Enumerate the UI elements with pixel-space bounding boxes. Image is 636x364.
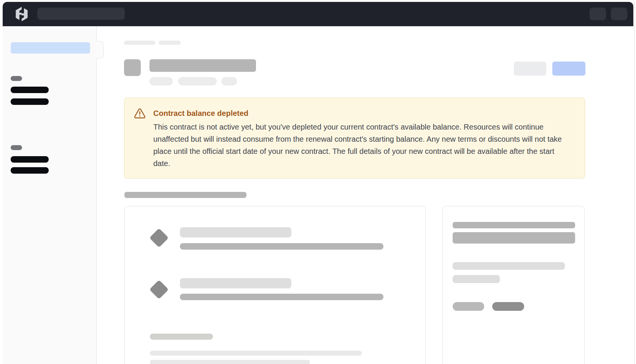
list-item-text-skeleton — [180, 243, 383, 250]
card-title-skeleton — [453, 232, 575, 244]
sidebar — [3, 26, 97, 364]
breadcrumb-item-skeleton[interactable] — [159, 41, 181, 45]
sidebar-item-skeleton[interactable] — [11, 167, 49, 174]
content-card-left — [124, 206, 426, 364]
card-text-skeleton — [453, 275, 500, 283]
sidebar-item-active-skeleton[interactable] — [11, 42, 90, 54]
sidebar-collapse-handle[interactable] — [96, 41, 104, 59]
list-item-title-skeleton — [180, 227, 291, 237]
topbar-button-skeleton[interactable] — [590, 8, 606, 20]
list-item-title-skeleton — [180, 278, 291, 288]
page-title-skeleton — [149, 59, 256, 72]
diamond-icon — [149, 280, 169, 299]
breadcrumb-item-skeleton[interactable] — [124, 41, 155, 45]
alert-body: This contract is not active yet, but you… — [153, 121, 569, 169]
hashicorp-logo-icon — [14, 7, 29, 21]
alert-title: Contract balance depleted — [153, 108, 248, 119]
page-avatar-skeleton — [124, 59, 141, 76]
badge-skeleton — [178, 77, 217, 85]
content-card-right — [442, 206, 585, 364]
topbar-button-skeleton[interactable] — [611, 8, 627, 20]
card-pill-skeleton — [492, 302, 524, 311]
primary-button-skeleton[interactable] — [552, 62, 585, 76]
warning-alert: Contract balance depleted This contract … — [124, 98, 585, 179]
sidebar-section-label-skeleton — [11, 76, 22, 81]
list-item-text-skeleton — [180, 294, 383, 300]
card-pill-skeleton — [453, 302, 484, 311]
search-input-skeleton[interactable] — [37, 8, 125, 20]
sidebar-section-label-skeleton — [11, 145, 22, 150]
app-window: Contract balance depleted This contract … — [0, 0, 636, 364]
card-footer-text-skeleton — [150, 360, 310, 364]
sidebar-item-skeleton[interactable] — [11, 98, 49, 105]
warning-triangle-icon — [134, 108, 146, 119]
card-title-skeleton — [453, 222, 575, 228]
window-right-edge — [634, 2, 634, 364]
card-text-skeleton — [453, 262, 565, 270]
card-footer-text-skeleton — [150, 351, 362, 356]
secondary-button-skeleton[interactable] — [514, 62, 546, 76]
top-navigation-bar — [3, 2, 633, 26]
sidebar-item-skeleton[interactable] — [11, 156, 49, 163]
badge-skeleton — [149, 77, 173, 85]
sidebar-item-skeleton[interactable] — [11, 87, 49, 93]
section-title-skeleton — [124, 192, 246, 198]
diamond-icon — [149, 228, 169, 248]
badge-skeleton — [221, 77, 237, 85]
card-footer-label-skeleton — [150, 334, 213, 340]
